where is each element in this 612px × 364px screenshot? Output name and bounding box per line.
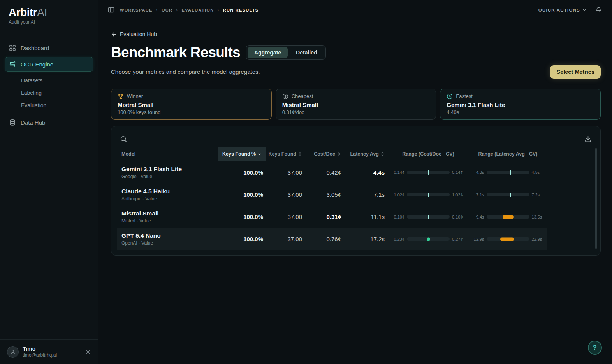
keys-found-pct-value: 100.0% [218, 191, 266, 198]
app-logo: ArbitrAI [9, 6, 90, 19]
column-label: Range (Latency Avg · CV) [478, 151, 538, 157]
cost-range-track [407, 215, 450, 219]
sidebar-item-label: OCR Engine [21, 61, 53, 68]
latency-avg-value: 4.4s [344, 169, 388, 176]
breadcrumb: WORKSPACE › OCR › EVALUATION › RUN RESUL… [120, 7, 259, 13]
breadcrumb-workspace[interactable]: WORKSPACE [120, 8, 153, 12]
sidebar-item-label: Dashboard [21, 45, 49, 51]
breadcrumb-separator-icon: › [217, 7, 219, 13]
latency-range: 9.4s 13.5s [469, 215, 547, 219]
table-header-row: Model Keys Found % Keys Found Cost/Doc [117, 147, 547, 161]
range-max-label: 22.9s [532, 237, 545, 242]
table-row-gemini[interactable]: Gemini 3.1 Flash Lite Google - Value 100… [117, 161, 547, 184]
breadcrumb-ocr[interactable]: OCR [162, 8, 172, 12]
model-provider: Google - Value [121, 174, 218, 179]
table-row-gpt[interactable]: GPT-5.4 Nano OpenAI - Value 100.0% 37.00… [117, 228, 547, 250]
summary-card-label: Fastest [456, 93, 473, 99]
latency-range-track [487, 215, 529, 219]
range-max-label: 13.5s [532, 215, 545, 219]
download-button[interactable] [583, 134, 593, 144]
summary-card-model: Mistral Small [118, 102, 265, 108]
cost-doc-value: 3.05¢ [305, 191, 344, 198]
range-marker [428, 215, 429, 219]
column-header-keys-found-pct[interactable]: Keys Found % [218, 147, 266, 161]
table-scrollbar[interactable] [595, 148, 597, 248]
sidebar-item-data-hub[interactable]: Data Hub [5, 115, 93, 130]
chevron-down-icon [582, 8, 587, 12]
sidebar-item-ocr-engine[interactable]: OCR Engine [5, 57, 93, 72]
summary-card-winner: Winner Mistral Small 100.0% keys found [111, 89, 272, 120]
range-max-label: 1.02¢ [452, 192, 465, 197]
user-profile[interactable]: Timo timo@arbitrhq.ai [0, 339, 98, 364]
range-max-label: 4.5s [532, 170, 545, 175]
help-button[interactable]: ? [588, 341, 602, 355]
settings-gear-icon[interactable] [85, 349, 91, 355]
breadcrumb-separator-icon: › [156, 7, 158, 13]
sidebar-item-datasets[interactable]: Datasets [5, 75, 93, 86]
quick-actions-label: QUICK ACTIONS [538, 8, 580, 12]
range-marker [428, 192, 429, 197]
sort-updown-icon [337, 152, 341, 156]
range-max-label: 0.27¢ [452, 237, 465, 242]
clock-icon [447, 93, 453, 100]
table-row-mistral[interactable]: Mistral Small Mistral - Value 100.0% 37.… [117, 206, 547, 228]
search-button[interactable] [118, 134, 129, 144]
select-metrics-button[interactable]: Select Metrics [550, 65, 601, 79]
cost-range: 0.14¢ 0.14¢ [388, 170, 469, 175]
column-header-cost-doc[interactable]: Cost/Doc [305, 147, 344, 161]
column-header-keys-found[interactable]: Keys Found [266, 147, 305, 161]
sidebar-item-dashboard[interactable]: Dashboard [5, 40, 93, 55]
sidebar-item-evaluation[interactable]: Evaluation [5, 100, 93, 111]
sidebar-item-label: Data Hub [21, 119, 45, 126]
sidebar-subnav: Datasets Labeling Evaluation [5, 75, 93, 111]
keys-found-value: 37.00 [266, 214, 305, 220]
column-label: Model [121, 151, 135, 157]
model-name: GPT-5.4 Nano [121, 232, 218, 239]
notifications-bell-icon[interactable] [595, 7, 602, 13]
logo-light: AI [37, 6, 47, 18]
model-provider: Mistral - Value [121, 218, 218, 224]
latency-avg-value: 17.2s [344, 236, 388, 242]
latency-range: 7.1s 7.2s [469, 192, 547, 197]
tab-aggregate[interactable]: Aggregate [248, 47, 288, 58]
sort-updown-icon [380, 152, 385, 156]
latency-range-track [487, 193, 529, 196]
table-row-claude[interactable]: Claude 4.5 Haiku Anthropic - Value 100.0… [117, 184, 547, 206]
model-name: Claude 4.5 Haiku [121, 188, 218, 195]
latency-range: 4.3s 4.5s [469, 170, 547, 175]
model-provider: OpenAI - Value [121, 240, 218, 246]
tab-detailed[interactable]: Detailed [289, 47, 324, 58]
summary-card-cheapest: Cheapest Mistral Small 0.31¢/doc [276, 89, 436, 120]
column-header-model[interactable]: Model [117, 147, 218, 161]
range-marker [503, 215, 514, 219]
summary-card-value: 0.31¢/doc [282, 109, 430, 115]
breadcrumb-evaluation[interactable]: EVALUATION [182, 8, 214, 12]
back-link-label: Evaluation Hub [120, 31, 157, 37]
range-min-label: 1.02¢ [391, 192, 404, 197]
cost-range: 0.10¢ 0.10¢ [388, 215, 469, 219]
latency-avg-value: 7.1s [344, 191, 388, 198]
topbar: WORKSPACE › OCR › EVALUATION › RUN RESUL… [98, 0, 612, 20]
sidebar-nav: Dashboard OCR Engine Datasets Labeling E… [0, 40, 98, 130]
latency-range-track [487, 171, 529, 174]
cost-doc-value: 0.76¢ [305, 236, 344, 242]
column-header-range-latency: Range (Latency Avg · CV) [469, 147, 547, 161]
page: WORKSPACE › OCR › EVALUATION › RUN RESUL… [98, 0, 612, 364]
model-provider: Anthropic - Value [121, 196, 218, 201]
keys-found-pct-value: 100.0% [218, 214, 266, 220]
column-label: Latency Avg [350, 151, 379, 157]
keys-found-pct-value: 100.0% [218, 236, 266, 242]
breadcrumb-separator-icon: › [176, 7, 178, 13]
sidebar-item-labeling[interactable]: Labeling [5, 87, 93, 99]
column-label: Cost/Doc [314, 151, 335, 157]
keys-found-value: 37.00 [266, 191, 305, 198]
column-header-latency-avg[interactable]: Latency Avg [344, 147, 388, 161]
range-min-label: 0.23¢ [391, 237, 404, 242]
panel-toggle-icon[interactable] [108, 7, 114, 13]
back-to-evaluation-hub-link[interactable]: Evaluation Hub [111, 31, 157, 37]
column-header-range-cost: Range (Cost/Doc · CV) [388, 147, 469, 161]
quick-actions-menu[interactable]: QUICK ACTIONS [538, 8, 587, 12]
page-title: Benchmark Results [111, 44, 240, 61]
user-email: timo@arbitrhq.ai [23, 352, 57, 358]
range-min-label: 0.14¢ [391, 170, 404, 175]
